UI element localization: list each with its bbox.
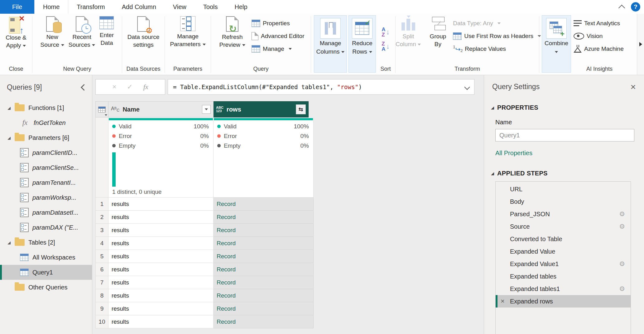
expand-formula-bar-icon[interactable] (464, 84, 470, 90)
expander-icon[interactable]: ◢ (7, 136, 12, 140)
sidebar-item-paramdax[interactable]: paramDAX ("E... (0, 220, 92, 235)
cell-record[interactable]: Record (214, 198, 314, 211)
group-by-button[interactable]: Group By (428, 14, 448, 48)
recent-sources-button[interactable]: Recent Sources (67, 14, 97, 49)
expand-column-button[interactable]: ⇆ (296, 104, 306, 114)
row-number[interactable]: 1 (95, 198, 108, 211)
ribbon-scroll-right[interactable] (637, 14, 644, 75)
sidebar-item-fngettoken[interactable]: fx fnGetToken (0, 115, 92, 130)
sidebar-item-paramtenantid[interactable]: paramTenantI... (0, 175, 92, 190)
vision-button[interactable]: Vision (574, 30, 624, 42)
close-pane-icon[interactable]: × (630, 83, 636, 91)
help-icon[interactable]: ? (631, 2, 640, 12)
cell-record[interactable]: Record (214, 276, 314, 289)
column-header-name[interactable]: ABC Name (108, 101, 214, 117)
cell-name[interactable]: results (108, 276, 214, 289)
cell-record[interactable]: Record (214, 289, 314, 302)
row-number[interactable]: 3 (95, 224, 108, 237)
row-number[interactable]: 9 (95, 302, 108, 315)
sort-descending-icon[interactable]: ZA ↓ (382, 39, 389, 54)
menu-tab-help[interactable]: Help (226, 0, 256, 14)
step-expanded-tables1[interactable]: Expanded tables1⚙ (496, 283, 631, 295)
column-header-rows[interactable]: ABC123 rows ⇆ (214, 101, 309, 117)
step-settings-icon[interactable]: ⚙ (619, 223, 625, 230)
sort-ascending-icon[interactable]: AZ ↓ (382, 25, 389, 39)
commit-formula-icon[interactable]: ✓ (127, 83, 132, 91)
menu-tab-home[interactable]: Home (34, 0, 68, 14)
row-number[interactable]: 10 (95, 315, 108, 328)
step-settings-icon[interactable]: ⚙ (619, 260, 625, 268)
collapse-ribbon-icon[interactable] (618, 4, 625, 11)
add-step-icon[interactable]: fx (143, 83, 148, 91)
manage-button[interactable]: Manage (252, 42, 304, 55)
row-number[interactable]: 6 (95, 263, 108, 276)
cell-name[interactable]: results (108, 224, 214, 237)
data-source-settings-button[interactable]: ⚙ Data source settings (126, 14, 161, 49)
new-source-button[interactable]: New Source (39, 14, 66, 49)
reduce-rows-button[interactable]: ✓ Reduce Rows (348, 15, 376, 73)
query-name-input[interactable] (495, 129, 634, 141)
step-settings-icon[interactable]: ⚙ (619, 285, 625, 293)
sidebar-item-paramdatasetid[interactable]: paramDatasetI... (0, 205, 92, 220)
sidebar-folder-tables[interactable]: ◢ Tables [2] (0, 235, 92, 250)
close-and-apply-button[interactable]: ×↑ Close & Apply (4, 14, 28, 49)
step-parsed-json[interactable]: Parsed_JSON⚙ (496, 208, 631, 220)
text-analytics-button[interactable]: Text Analytics (574, 17, 624, 30)
step-settings-icon[interactable]: ⚙ (619, 210, 625, 218)
step-expanded-rows[interactable]: ×Expanded rows (496, 295, 631, 308)
combine-button[interactable]: + Combine (542, 15, 571, 73)
cell-name[interactable]: results (108, 263, 214, 276)
filter-button[interactable] (202, 105, 211, 114)
menu-tab-add-column[interactable]: Add Column (113, 0, 165, 14)
row-number[interactable]: 8 (95, 289, 108, 302)
menu-tab-view[interactable]: View (165, 0, 195, 14)
sidebar-folder-other-queries[interactable]: Other Queries (0, 280, 92, 295)
step-source[interactable]: Source⚙ (496, 220, 631, 233)
menu-tab-tools[interactable]: Tools (195, 0, 226, 14)
step-expanded-tables[interactable]: Expanded tables (496, 270, 631, 283)
cell-name[interactable]: results (108, 237, 214, 250)
cell-name[interactable]: results (108, 315, 214, 328)
formula-input[interactable]: = Table.ExpandListColumn(#"Expanded tabl… (168, 79, 474, 95)
table-menu-button[interactable] (95, 101, 108, 117)
cancel-formula-icon[interactable]: × (112, 83, 116, 91)
expander-icon[interactable]: ◢ (7, 106, 12, 110)
expander-icon[interactable]: ◢ (7, 240, 12, 245)
cell-name[interactable]: results (108, 302, 214, 315)
step-url[interactable]: URL (496, 183, 631, 195)
properties-section-header[interactable]: ◢ PROPERTIES (484, 104, 644, 111)
step-body[interactable]: Body (496, 195, 631, 208)
menu-tab-transform[interactable]: Transform (68, 0, 113, 14)
step-expanded-value1[interactable]: Expanded Value1⚙ (496, 258, 631, 270)
row-number[interactable]: 5 (95, 250, 108, 263)
enter-data-button[interactable]: Enter Data (98, 14, 116, 47)
advanced-editor-button[interactable]: Advanced Editor (252, 30, 304, 42)
cell-record[interactable]: Record (214, 211, 314, 224)
refresh-preview-button[interactable]: ↻ Refresh Preview (218, 14, 248, 49)
properties-button[interactable]: Properties (252, 17, 304, 30)
manage-parameters-button[interactable]: Manage Parameters (168, 14, 207, 48)
cell-name[interactable]: results (108, 211, 214, 224)
sidebar-item-paramclientid[interactable]: paramClientID... (0, 145, 92, 160)
collapse-queries-pane-icon[interactable] (81, 84, 87, 91)
sidebar-item-query1[interactable]: Query1 (0, 265, 92, 280)
data-type-dropdown[interactable]: Data Type: Any (453, 17, 541, 30)
cell-record[interactable]: Record (214, 224, 314, 237)
cell-record[interactable]: Record (214, 302, 314, 315)
step-converted-to-table[interactable]: Converted to Table (496, 233, 631, 245)
delete-step-icon[interactable]: × (501, 297, 505, 305)
step-expanded-value[interactable]: Expanded Value (496, 245, 631, 258)
cell-record[interactable]: Record (214, 263, 314, 276)
split-column-button[interactable]: Split Column (394, 14, 423, 48)
sidebar-folder-parameters[interactable]: ◢ Parameters [6] (0, 130, 92, 145)
azure-ml-button[interactable]: Azure Machine (574, 42, 624, 55)
cell-name[interactable]: results (108, 250, 214, 263)
all-properties-link[interactable]: All Properties (495, 150, 644, 157)
row-number[interactable]: 2 (95, 211, 108, 224)
cell-record[interactable]: Record (214, 315, 314, 328)
row-number[interactable]: 7 (95, 276, 108, 289)
menu-file[interactable]: File (0, 0, 34, 14)
manage-columns-button[interactable]: Manage Columns (314, 15, 347, 73)
use-first-row-as-headers-button[interactable]: Use First Row as Headers (453, 30, 541, 42)
cell-name[interactable]: results (108, 289, 214, 302)
